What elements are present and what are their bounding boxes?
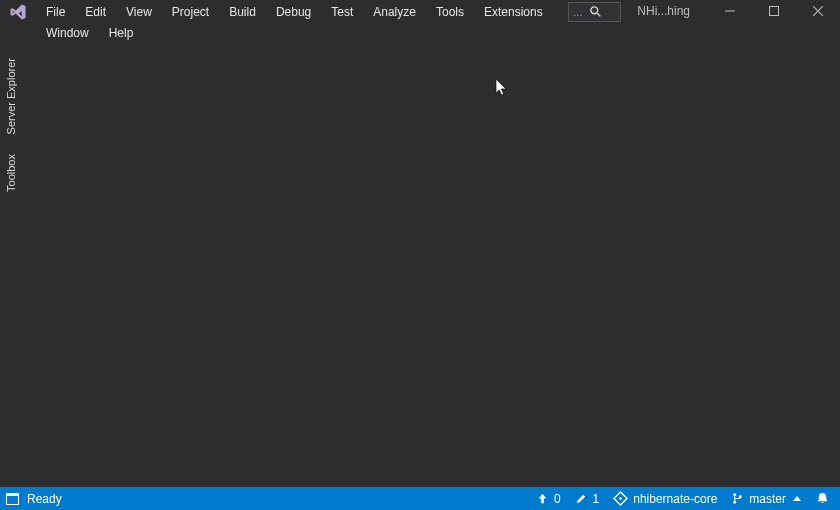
menu-debug[interactable]: Debug <box>266 2 321 23</box>
menu-analyze[interactable]: Analyze <box>363 2 426 23</box>
unpushed-count: 0 <box>554 492 561 506</box>
branch-icon <box>731 492 744 505</box>
menu-window[interactable]: Window <box>36 23 99 44</box>
menu-extensions[interactable]: Extensions <box>474 2 553 23</box>
pencil-icon <box>575 492 588 505</box>
notifications[interactable] <box>815 491 830 506</box>
branch-name: master <box>749 492 786 506</box>
svg-point-6 <box>619 497 622 500</box>
up-arrow-icon <box>536 492 549 505</box>
maximize-button[interactable] <box>752 0 796 22</box>
chevron-up-icon <box>793 496 801 501</box>
repo-icon <box>613 491 628 506</box>
vs-logo-icon[interactable] <box>0 1 36 23</box>
minimize-button[interactable] <box>708 0 752 22</box>
editor-area <box>22 42 840 487</box>
pending-count: 1 <box>593 492 600 506</box>
quick-launch-search[interactable]: ... <box>568 2 621 22</box>
status-bar: Ready 0 1 nhibernate-core master <box>0 487 840 510</box>
menu-tools[interactable]: Tools <box>426 2 474 23</box>
pending-changes[interactable]: 1 <box>575 492 600 506</box>
close-button[interactable] <box>796 0 840 22</box>
mouse-cursor-icon <box>495 78 509 101</box>
menu-file[interactable]: File <box>36 2 75 23</box>
svg-point-9 <box>739 495 742 498</box>
search-icon <box>584 3 606 21</box>
window-management-icon[interactable] <box>6 493 19 505</box>
side-tab-well: Server Explorer Toolbox <box>0 42 22 487</box>
svg-point-0 <box>591 7 598 14</box>
menu-bar: File Edit View Project Build Debug Test … <box>36 0 556 42</box>
menu-test[interactable]: Test <box>321 2 363 23</box>
tab-server-explorer[interactable]: Server Explorer <box>3 52 19 140</box>
tab-toolbox[interactable]: Toolbox <box>3 148 19 198</box>
svg-line-1 <box>597 13 600 16</box>
repository[interactable]: nhibernate-core <box>613 491 717 506</box>
svg-point-8 <box>734 501 737 504</box>
menu-build[interactable]: Build <box>219 2 266 23</box>
window-title: NHi...hing <box>629 4 708 18</box>
bell-icon <box>815 491 830 506</box>
menu-help[interactable]: Help <box>99 23 144 44</box>
menu-edit[interactable]: Edit <box>75 2 116 23</box>
menu-view[interactable]: View <box>116 2 162 23</box>
branch[interactable]: master <box>731 492 801 506</box>
ellipsis-text: ... <box>569 6 584 18</box>
repo-name: nhibernate-core <box>633 492 717 506</box>
svg-rect-3 <box>770 7 779 16</box>
svg-point-7 <box>734 493 737 496</box>
status-ready: Ready <box>27 492 62 506</box>
menu-project[interactable]: Project <box>162 2 219 23</box>
unpushed-commits[interactable]: 0 <box>536 492 561 506</box>
